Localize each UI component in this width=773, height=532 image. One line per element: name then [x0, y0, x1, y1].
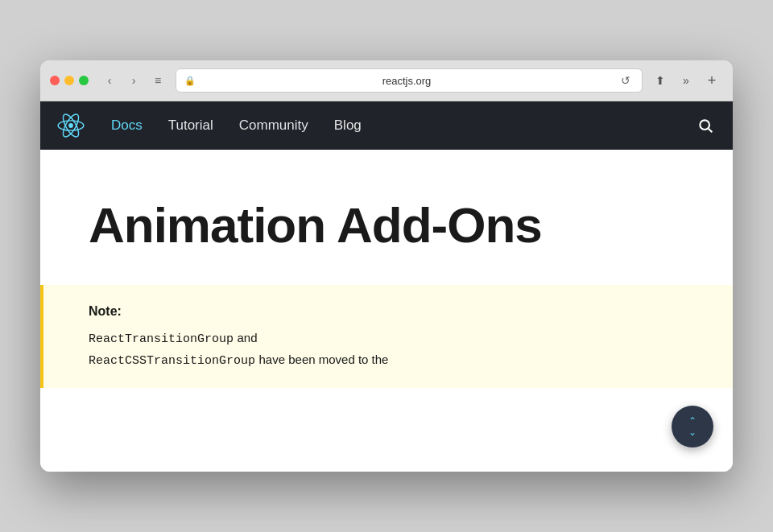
share-icon: ⬆: [655, 74, 665, 87]
menu-icon: ≡: [155, 74, 161, 87]
page-title: Animation Add-Ons: [89, 198, 684, 253]
react-logo[interactable]: [56, 111, 85, 140]
svg-line-5: [709, 129, 713, 133]
traffic-lights: [50, 76, 89, 85]
note-text-2: have been moved to the: [259, 353, 389, 366]
note-content: ReactTransitionGroup and ReactCSSTransit…: [89, 328, 684, 372]
minimize-button[interactable]: [64, 76, 74, 85]
add-tab-button[interactable]: +: [701, 69, 723, 92]
maximize-button[interactable]: [79, 76, 89, 85]
browser-chrome: ‹ › ≡ 🔒 reactjs.org ↺ ⬆: [40, 60, 733, 101]
note-code-1: ReactTransitionGroup: [89, 332, 234, 346]
note-text-1: and: [237, 331, 257, 344]
search-icon: [697, 118, 713, 134]
note-box: Note: ReactTransitionGroup and ReactCSST…: [40, 285, 733, 388]
nav-buttons: ‹ › ≡: [98, 69, 169, 92]
reload-button[interactable]: ↺: [618, 72, 634, 89]
back-icon: ‹: [108, 74, 112, 87]
svg-point-4: [700, 120, 709, 130]
note-code-2: ReactCSSTransitionGroup: [89, 354, 255, 368]
nav-link-tutorial[interactable]: Tutorial: [155, 101, 226, 150]
react-navbar: Docs Tutorial Community Blog: [40, 101, 733, 150]
reload-icon: ↺: [621, 74, 630, 87]
scroll-down-arrow: ⌄: [688, 427, 697, 437]
share-button[interactable]: ⬆: [649, 69, 672, 92]
browser-titlebar: ‹ › ≡ 🔒 reactjs.org ↺ ⬆: [40, 60, 733, 101]
svg-point-0: [68, 123, 73, 128]
page-header: Animation Add-Ons: [40, 150, 733, 285]
forward-button[interactable]: ›: [122, 69, 145, 92]
react-logo-svg: [56, 111, 85, 140]
url-bar[interactable]: 🔒 reactjs.org ↺: [176, 68, 643, 93]
back-button[interactable]: ‹: [98, 69, 121, 92]
note-label: Note:: [89, 304, 684, 319]
nav-link-blog[interactable]: Blog: [321, 101, 374, 150]
page-content: Animation Add-Ons Note: ReactTransitionG…: [40, 150, 733, 472]
nav-link-community[interactable]: Community: [226, 101, 321, 150]
nav-link-docs[interactable]: Docs: [98, 101, 155, 150]
more-icon: »: [683, 74, 689, 87]
browser-window: ‹ › ≡ 🔒 reactjs.org ↺ ⬆: [40, 60, 733, 472]
lock-icon: 🔒: [184, 76, 196, 86]
menu-button[interactable]: ≡: [147, 69, 169, 92]
add-tab-icon: +: [708, 72, 717, 89]
close-button[interactable]: [50, 76, 60, 85]
url-text: reactjs.org: [200, 75, 613, 87]
forward-icon: ›: [132, 74, 136, 87]
scroll-indicator[interactable]: ⌃ ⌄: [672, 406, 713, 447]
scroll-up-arrow: ⌃: [688, 416, 697, 426]
browser-actions: ⬆ » +: [649, 69, 723, 92]
nav-links: Docs Tutorial Community Blog: [98, 101, 694, 150]
search-button[interactable]: [694, 114, 717, 137]
more-button[interactable]: »: [675, 69, 697, 92]
